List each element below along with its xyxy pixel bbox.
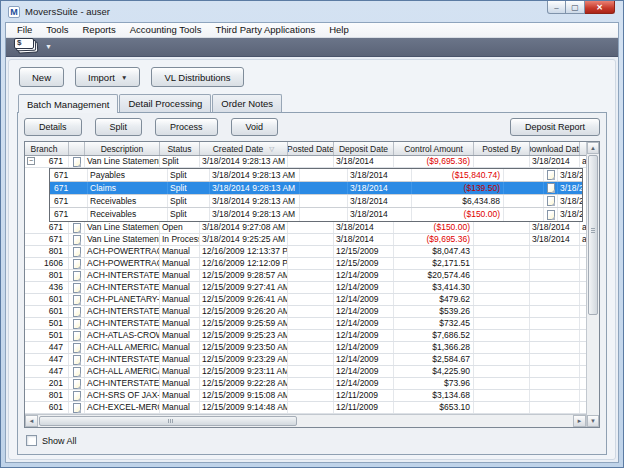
cell-control-amount: $479.62 bbox=[394, 294, 474, 305]
child-table-row[interactable]: 671 Receivables Split 3/18/2014 9:28:13 … bbox=[50, 195, 582, 208]
table-row[interactable]: 671 Van Line Statement Open 3/18/2014 9:… bbox=[25, 222, 586, 234]
cell-note-icon bbox=[69, 234, 85, 245]
table-row[interactable]: 501 ACH-ATLAS-CROWN Manual 12/15/2009 9:… bbox=[25, 330, 586, 342]
cell-deposit-date: 3/18/2014 bbox=[334, 156, 394, 167]
cell-deposit-date: 12/11/2009 bbox=[334, 390, 394, 401]
deposit-report-button[interactable]: Deposit Report bbox=[510, 118, 600, 136]
tab-detail-processing[interactable]: Detail Processing bbox=[119, 94, 211, 112]
table-row[interactable]: 501 ACH-INTERSTATE-C Manual 12/15/2009 9… bbox=[25, 318, 586, 330]
scroll-left-icon[interactable]: ◄ bbox=[25, 415, 38, 427]
close-icon: ✕ bbox=[596, 3, 603, 12]
menu-reports[interactable]: Reports bbox=[76, 24, 123, 35]
cell-deposit-date: 12/15/2009 bbox=[334, 258, 394, 269]
vl-distributions-button[interactable]: VL Distributions bbox=[151, 67, 243, 87]
tab-batch-management[interactable]: Batch Management bbox=[18, 94, 118, 113]
cell-created-date: 12/16/2009 12:12:09 PM bbox=[200, 258, 288, 269]
table-row[interactable]: 801 ACH-SRS OF JAX-TE Manual 12/15/2009 … bbox=[25, 390, 586, 402]
child-table-row[interactable]: 671 Payables Split 3/18/2014 9:28:13 AM … bbox=[50, 169, 582, 182]
column-header-download-date[interactable]: Download Date bbox=[530, 142, 580, 155]
vertical-scrollbar[interactable]: ▲ ▼ bbox=[586, 142, 599, 427]
menu-accounting-tools[interactable]: Accounting Tools bbox=[123, 24, 209, 35]
cell-control-amount: $6,434.88 bbox=[412, 195, 504, 207]
vertical-scroll-thumb[interactable] bbox=[588, 155, 598, 315]
details-button[interactable]: Details bbox=[24, 118, 82, 136]
import-button[interactable]: Import▼ bbox=[75, 67, 140, 87]
column-header-control-amount[interactable]: Control Amount bbox=[394, 142, 474, 155]
collapse-toggle-icon[interactable]: − bbox=[27, 157, 35, 165]
table-row[interactable]: 801 ACH-INTERSTATE-TI Manual 12/15/2009 … bbox=[25, 270, 586, 282]
split-button[interactable]: Split bbox=[95, 118, 143, 136]
table-row[interactable]: 447 ACH-ALL AMERICAN Manual 12/15/2009 9… bbox=[25, 366, 586, 378]
horizontal-scrollbar[interactable]: ◄ ► bbox=[25, 414, 586, 427]
menu-file[interactable]: File bbox=[10, 24, 39, 35]
table-row[interactable]: 447 ACH-INTERSTATE-M Manual 12/15/2009 9… bbox=[25, 354, 586, 366]
scroll-right-icon[interactable]: ► bbox=[573, 415, 586, 427]
cell-created-date: 12/16/2009 12:13:37 PM bbox=[200, 246, 288, 257]
column-header-description[interactable]: Description bbox=[85, 142, 160, 155]
menu-tools[interactable]: Tools bbox=[39, 24, 75, 35]
cell-note-icon bbox=[69, 378, 85, 389]
cell-created-date: 12/15/2009 9:14:48 AM bbox=[200, 402, 288, 413]
scroll-up-icon[interactable]: ▲ bbox=[587, 142, 599, 154]
child-band: 671 Payables Split 3/18/2014 9:28:13 AM … bbox=[49, 168, 583, 222]
cell-note-icon bbox=[69, 330, 85, 341]
menu-help[interactable]: Help bbox=[322, 24, 356, 35]
cell-download-date bbox=[530, 246, 580, 257]
column-header-icon[interactable] bbox=[69, 142, 85, 155]
cell-posted-by bbox=[504, 208, 544, 221]
cell-posted-by bbox=[474, 234, 530, 245]
child-table-row[interactable]: 671 Claims Split 3/18/2014 9:28:13 AM 3/… bbox=[50, 182, 582, 195]
column-header-posted-date[interactable]: Posted Date bbox=[288, 142, 334, 155]
table-row[interactable]: 601 ACH-PLANETARY-ME Manual 12/15/2009 9… bbox=[25, 294, 586, 306]
toolbar-dropdown-chevron-icon[interactable]: ▼ bbox=[45, 43, 52, 50]
cell-branch: 1606 bbox=[25, 258, 69, 269]
cell-status: Manual bbox=[160, 306, 200, 317]
maximize-button[interactable]: ▢ bbox=[566, 1, 585, 14]
deposits-cash-icon[interactable]: $ bbox=[14, 38, 40, 55]
horizontal-scroll-thumb[interactable] bbox=[39, 416, 297, 426]
cell-created-date: 3/18/2014 9:28:13 AM bbox=[210, 182, 300, 194]
minimize-button[interactable]: – bbox=[547, 1, 566, 14]
cell-branch: 801 bbox=[25, 390, 69, 401]
show-all-checkbox[interactable] bbox=[26, 435, 37, 446]
cell-posted-by bbox=[474, 402, 530, 413]
table-row[interactable]: 1606 ACH-POWERTRACK Manual 12/16/2009 12… bbox=[25, 258, 586, 270]
table-row[interactable]: 801 ACH-POWERTRACK Manual 12/16/2009 12:… bbox=[25, 246, 586, 258]
cell-download-date: 3/18/2014 bbox=[530, 222, 580, 233]
tab-order-notes[interactable]: Order Notes bbox=[212, 94, 282, 112]
main-panel: New Import▼ VL Distributions Batch Manag… bbox=[8, 59, 616, 460]
cell-branch: 671 bbox=[25, 234, 69, 245]
cell-control-amount: ($150.00) bbox=[412, 208, 504, 221]
cell-status: Manual bbox=[160, 366, 200, 377]
table-row[interactable]: 447 ACH-ALL AMERICAN Manual 12/15/2009 9… bbox=[25, 342, 586, 354]
table-row[interactable]: 601 ACH-INTERSTATE-M Manual 12/15/2009 9… bbox=[25, 306, 586, 318]
table-row[interactable]: 601 ACH-EXCEL-MERCH Manual 12/15/2009 9:… bbox=[25, 402, 586, 414]
note-icon bbox=[73, 403, 81, 413]
cell-posted-date bbox=[288, 294, 334, 305]
column-header-status[interactable]: Status bbox=[160, 142, 200, 155]
column-header-deposit-date[interactable]: Deposit Date bbox=[334, 142, 394, 155]
cell-downloaded-by bbox=[580, 282, 586, 293]
close-button[interactable]: ✕ bbox=[585, 1, 615, 14]
void-button[interactable]: Void bbox=[231, 118, 279, 136]
column-header-posted-by[interactable]: Posted By bbox=[474, 142, 530, 155]
process-button[interactable]: Process bbox=[155, 118, 218, 136]
table-row[interactable]: 436 ACH-INTERSTATE-P. Manual 12/15/2009 … bbox=[25, 282, 586, 294]
cell-posted-date bbox=[288, 390, 334, 401]
cell-deposit-date: 3/18/2014 bbox=[348, 208, 412, 221]
table-row[interactable]: 671 Van Line Statement In Process 3/18/2… bbox=[25, 234, 586, 246]
menu-third-party-applications[interactable]: Third Party Applications bbox=[208, 24, 322, 35]
cell-control-amount: ($9,695.36) bbox=[394, 156, 474, 167]
cell-posted-by bbox=[504, 182, 544, 194]
column-header-created-date[interactable]: Created Date▽ bbox=[200, 142, 288, 155]
column-header-branch[interactable]: Branch bbox=[25, 142, 69, 155]
new-button[interactable]: New bbox=[19, 67, 64, 87]
cell-download-date: 3/18/2014 bbox=[558, 182, 582, 194]
table-row[interactable]: 201 ACH-INTERSTATE-M Manual 12/15/2009 9… bbox=[25, 378, 586, 390]
titlebar[interactable]: M MoversSuite - auser – ▢ ✕ bbox=[1, 1, 623, 22]
cell-posted-date bbox=[288, 222, 334, 233]
cell-note-icon bbox=[544, 208, 558, 221]
child-table-row[interactable]: 671 Receivables Split 3/18/2014 9:28:13 … bbox=[50, 208, 582, 221]
scroll-down-icon[interactable]: ▼ bbox=[587, 415, 599, 427]
table-row[interactable]: −671 Van Line Statement Split 3/18/2014 … bbox=[25, 156, 586, 168]
